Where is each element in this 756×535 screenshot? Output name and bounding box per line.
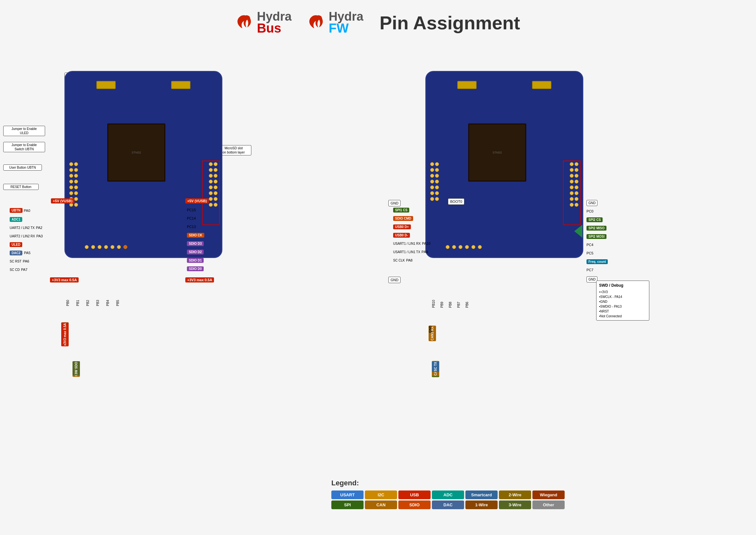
pin-pc13: PC13 [187,225,196,229]
swd-title: SWD / Debug [599,283,646,288]
legend-title: Legend: [331,479,565,487]
badge-vusb-left: +5V (VUSB) [51,198,74,204]
pin-pc15: PC15 [187,208,196,212]
legend-usb: USB [398,491,431,499]
legend-dac: DAC [432,500,464,509]
rpin-pb6: PB6 [465,300,469,308]
pin-pa0: PA0 [24,209,30,212]
rpin-pa10: PA10 [422,241,430,245]
right-board-left-pins: SPI1 CS PA15 SDIO CMD PD2 USB0 D+ PA12 U… [393,208,431,267]
legend-can: CAN [365,500,397,509]
pin-pa3: PA3 [37,234,43,238]
label-uart2-tx: UART2 / LIN2 TX [10,226,35,230]
badge-uled: ULED [10,242,22,247]
pin-pa2: PA2 [36,226,42,230]
pin-pa5: PA5 [24,251,31,255]
pcb-right: STM32 [425,71,583,258]
label-scclk: SC CLK [393,259,405,262]
pin-pa6: PA6 [23,259,29,263]
rpin-pc4: PC4 [586,243,593,247]
label-usart1tx: USART1 / LIN1 TX [393,250,420,254]
legend-spi: SPI [331,500,364,509]
pin-pb1: PB1 [76,300,80,306]
swd-3v3: •+3V3 [599,290,646,295]
badge-spi2mosi: SPI2 MOSI [586,234,607,239]
rpin-pc7: PC7 [586,268,593,272]
callout-user-button: User Button UBTN [3,164,42,171]
right-board-right-pins: GND PC0 PC1 SPI2 CS PC2 SPI2 MISO PC3 SP… [586,200,597,283]
pin-pb5: PB5 [116,300,120,306]
label-gnd-3: GND [586,200,597,206]
legend-grid: USART I2C USB ADC Smartcard 2-Wire Wiega… [331,491,565,509]
legend-other: Other [532,500,565,509]
swd-gnd: •GND [599,299,646,304]
bottom-labels-right: 1-Wire I2C SCL I2C SDA CAN1 TX CAN1 RX G… [429,326,432,333]
left-pins-group: UBTN PA0 ADC1 PA1 UART2 / LIN2 TX PA2 UA… [10,208,43,276]
label-gnd-2: GND [388,277,401,283]
badge-sdio-d2: SDIO D2 [187,250,204,254]
right-board-section: STM32 [387,0,741,516]
rpin-pc5: PC5 [586,251,593,255]
callout-reset-button: RESET Button [3,184,39,190]
badge-ubtn: UBTN [10,208,23,213]
label-gnd-bottom: GND [429,326,432,333]
swd-nc: •Not Connected [599,314,646,319]
legend-2wire: 2-Wire [499,491,531,499]
label-boot0-right: BOOT0 [448,198,464,205]
badge-sdiocmd: SDIO CMD [393,216,413,221]
legend-smartcard: Smartcard [465,491,498,499]
badge-spi2miso: SPI2 MISO [586,226,607,231]
rpin-pc0: PC0 [586,209,593,213]
page: Hydra Bus Hydra FW Pin Assignment [0,0,756,535]
legend-usart: USART [331,491,364,499]
legend-1wire: 1-Wire [465,500,498,509]
badge-spi1cs: SPI1 CS [393,208,409,212]
pcb-left: STM32 [65,71,222,258]
badge-usbd-minus: USB0 D- [393,233,410,238]
label-gnd-1: GND [388,200,401,206]
swd-nrst: •NRST [599,309,646,314]
badge-sc-tx: SC TX [432,361,439,372]
badge-dac2: DAC2 [10,251,22,255]
badge-3w-sdo: 3W SDO [72,361,80,375]
pin-pc14: PC14 [187,216,196,220]
rpin-pb8: PB8 [448,300,452,308]
legend-3wire: 3-Wire [499,500,531,509]
label-sccd: SC CD [10,268,20,271]
bottom-pins-left: PB0 PB1 PB2 PB3 PB4 PB5 [66,300,120,306]
rpin-pa8: PA8 [406,258,413,262]
callout-jumper-ubtn: Jumper to Enable Switch UBTN [3,142,45,152]
legend-adc: ADC [432,491,464,499]
rpin-pb10: PB10 [432,300,435,308]
badge-v3v3-left: +3V3 max 0.5A [50,277,79,283]
rpin-pb7: PB7 [457,300,461,308]
badge-adc1: ADC1 [10,217,22,222]
swd-debug-box: SWD / Debug •+3V3 •SWCLK - PA14 •GND •SW… [596,281,649,321]
badge-sdio-ck: SDIO CK [187,233,204,238]
legend: Legend: USART I2C USB ADC Smartcard 2-Wi… [331,479,565,509]
right-pins-group: PC15 PC14 PC13 PC12 SDIO CK PC11 SDIO D3… [187,208,196,275]
bottom-labels-left: BOOT0 SPI1 SCK SPI1 MISO SPI1 MOSI x3V3 … [61,323,65,333]
badge-x3v3: x3V3 max 0.5A [61,323,68,346]
swd-swdio: •SWDIO - PA13 [599,304,646,309]
badge-sdio-d3: SDIO D3 [187,241,204,246]
legend-wiegand: Wiegand [532,491,565,499]
bottom-pins-right: PB10 PB9 PB8 PB7 PB6 [432,300,469,308]
pin-pa7: PA7 [21,268,27,271]
rpin-pb9: PB9 [440,300,444,308]
badge-usbd-plus: USB0 D+ [393,224,411,229]
legend-i2c: I2C [365,491,397,499]
swd-swclk: •SWCLK - PA14 [599,295,646,299]
badge-vusb-right: +5V (VUSB) [185,198,209,204]
badge-spi2cs: SPI2 CS [586,217,603,222]
legend-sdio: SDIO [398,500,431,509]
label-scrst: SC RST [10,260,22,263]
pin-pb4: PB4 [106,300,110,306]
badge-sdio-d1: SDIO D1 [187,258,204,263]
label-uart2-rx: UART2 / LIN2 RX [10,235,35,238]
left-board-section: microUSB USB1 / DFU LS/FS MicroUSB USB2 … [0,0,355,516]
label-usart1rx: USART1 / LIN1 RX [393,242,420,245]
rpin-pa9: PA9 [421,250,428,254]
callout-jumper-uled: Jumper to Enable ULED [3,126,45,136]
pin-pb0: PB0 [66,300,69,306]
